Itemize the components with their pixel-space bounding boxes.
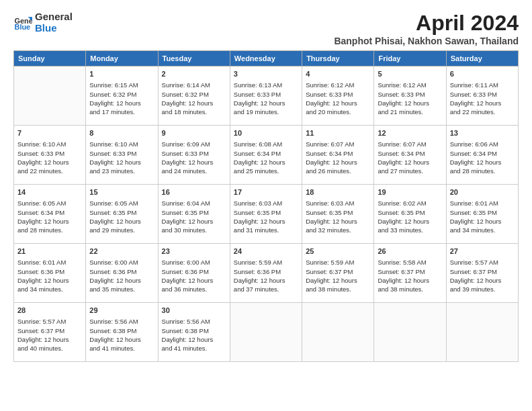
day-number: 11	[306, 128, 370, 138]
day-info: Sunrise: 5:58 AM Sunset: 6:37 PM Dayligh…	[378, 258, 442, 293]
calendar-cell: 25Sunrise: 5:59 AM Sunset: 6:37 PM Dayli…	[302, 244, 374, 303]
day-number: 13	[450, 128, 515, 138]
day-info: Sunrise: 6:04 AM Sunset: 6:35 PM Dayligh…	[162, 199, 226, 234]
calendar-table: SundayMondayTuesdayWednesdayThursdayFrid…	[13, 50, 519, 362]
weekday-header-saturday: Saturday	[446, 51, 518, 66]
calendar-cell: 18Sunrise: 6:03 AM Sunset: 6:35 PM Dayli…	[302, 185, 374, 244]
calendar-cell: 21Sunrise: 6:01 AM Sunset: 6:36 PM Dayli…	[14, 244, 86, 303]
day-number: 20	[450, 187, 515, 197]
day-info: Sunrise: 6:00 AM Sunset: 6:36 PM Dayligh…	[162, 258, 226, 293]
header: General Blue General Blue April 2024 Ban…	[13, 11, 519, 46]
day-number: 26	[378, 246, 442, 257]
day-info: Sunrise: 6:10 AM Sunset: 6:33 PM Dayligh…	[89, 140, 154, 175]
weekday-header-tuesday: Tuesday	[158, 51, 230, 66]
calendar-cell: 28Sunrise: 5:57 AM Sunset: 6:37 PM Dayli…	[14, 303, 86, 362]
calendar-cell: 24Sunrise: 5:59 AM Sunset: 6:36 PM Dayli…	[230, 244, 302, 303]
day-number: 8	[89, 128, 154, 138]
calendar-cell: 12Sunrise: 6:07 AM Sunset: 6:34 PM Dayli…	[374, 126, 446, 185]
weekday-header-sunday: Sunday	[14, 51, 86, 66]
calendar-cell: 23Sunrise: 6:00 AM Sunset: 6:36 PM Dayli…	[158, 244, 230, 303]
day-number: 9	[162, 128, 226, 138]
calendar-cell: 20Sunrise: 6:01 AM Sunset: 6:35 PM Dayli…	[446, 185, 518, 244]
calendar-cell: 4Sunrise: 6:12 AM Sunset: 6:33 PM Daylig…	[302, 66, 374, 126]
week-row-4: 21Sunrise: 6:01 AM Sunset: 6:36 PM Dayli…	[14, 244, 519, 303]
calendar-cell: 29Sunrise: 5:56 AM Sunset: 6:38 PM Dayli…	[86, 303, 158, 362]
day-info: Sunrise: 6:01 AM Sunset: 6:36 PM Dayligh…	[17, 258, 82, 293]
calendar-cell: 7Sunrise: 6:10 AM Sunset: 6:33 PM Daylig…	[14, 126, 86, 185]
day-info: Sunrise: 6:08 AM Sunset: 6:34 PM Dayligh…	[234, 140, 298, 175]
day-info: Sunrise: 6:00 AM Sunset: 6:36 PM Dayligh…	[89, 258, 154, 293]
day-number: 17	[234, 187, 298, 197]
svg-text:Blue: Blue	[15, 23, 31, 31]
calendar-cell: 27Sunrise: 5:57 AM Sunset: 6:37 PM Dayli…	[446, 244, 518, 303]
day-number: 29	[89, 306, 154, 316]
day-number: 18	[306, 187, 370, 197]
calendar-cell: 17Sunrise: 6:03 AM Sunset: 6:35 PM Dayli…	[230, 185, 302, 244]
day-number: 22	[89, 246, 154, 257]
day-number: 7	[17, 128, 82, 138]
logo-icon: General Blue	[13, 13, 32, 32]
day-info: Sunrise: 5:57 AM Sunset: 6:37 PM Dayligh…	[17, 317, 82, 353]
day-info: Sunrise: 6:07 AM Sunset: 6:34 PM Dayligh…	[378, 140, 442, 175]
weekday-header-wednesday: Wednesday	[230, 51, 302, 66]
logo-blue: Blue	[35, 22, 73, 34]
weekday-header-row: SundayMondayTuesdayWednesdayThursdayFrid…	[14, 51, 519, 66]
week-row-2: 7Sunrise: 6:10 AM Sunset: 6:33 PM Daylig…	[14, 126, 519, 185]
calendar-cell: 26Sunrise: 5:58 AM Sunset: 6:37 PM Dayli…	[374, 244, 446, 303]
calendar-cell: 30Sunrise: 5:56 AM Sunset: 6:38 PM Dayli…	[158, 303, 230, 362]
day-info: Sunrise: 5:59 AM Sunset: 6:36 PM Dayligh…	[234, 258, 298, 293]
calendar-cell: 2Sunrise: 6:14 AM Sunset: 6:32 PM Daylig…	[158, 66, 230, 126]
day-info: Sunrise: 6:10 AM Sunset: 6:33 PM Dayligh…	[17, 140, 82, 175]
calendar-cell: 11Sunrise: 6:07 AM Sunset: 6:34 PM Dayli…	[302, 126, 374, 185]
logo: General Blue General Blue	[13, 11, 73, 34]
month-title: April 2024	[334, 11, 519, 36]
calendar-cell: 9Sunrise: 6:09 AM Sunset: 6:33 PM Daylig…	[158, 126, 230, 185]
calendar-cell: 6Sunrise: 6:11 AM Sunset: 6:33 PM Daylig…	[446, 66, 518, 126]
weekday-header-thursday: Thursday	[302, 51, 374, 66]
calendar-cell	[230, 303, 302, 362]
day-info: Sunrise: 6:09 AM Sunset: 6:33 PM Dayligh…	[162, 140, 226, 175]
day-number: 28	[17, 306, 82, 316]
weekday-header-friday: Friday	[374, 51, 446, 66]
day-info: Sunrise: 6:11 AM Sunset: 6:33 PM Dayligh…	[450, 81, 515, 116]
calendar-cell	[374, 303, 446, 362]
day-number: 6	[450, 69, 515, 79]
week-row-1: 1Sunrise: 6:15 AM Sunset: 6:32 PM Daylig…	[14, 66, 519, 126]
calendar-cell: 14Sunrise: 6:05 AM Sunset: 6:34 PM Dayli…	[14, 185, 86, 244]
calendar-body: 1Sunrise: 6:15 AM Sunset: 6:32 PM Daylig…	[14, 66, 519, 362]
title-block: April 2024 Banphot Phisai, Nakhon Sawan,…	[334, 11, 519, 46]
calendar-cell	[14, 66, 86, 126]
calendar-cell	[446, 303, 518, 362]
day-number: 27	[450, 246, 515, 257]
day-info: Sunrise: 6:02 AM Sunset: 6:35 PM Dayligh…	[378, 199, 442, 234]
weekday-header-monday: Monday	[86, 51, 158, 66]
day-number: 23	[162, 246, 226, 257]
day-info: Sunrise: 6:03 AM Sunset: 6:35 PM Dayligh…	[234, 199, 298, 234]
day-number: 5	[378, 69, 442, 79]
day-info: Sunrise: 6:05 AM Sunset: 6:34 PM Dayligh…	[17, 199, 82, 234]
day-number: 24	[234, 246, 298, 257]
day-info: Sunrise: 5:56 AM Sunset: 6:38 PM Dayligh…	[89, 317, 154, 353]
day-number: 21	[17, 246, 82, 257]
calendar-cell: 13Sunrise: 6:06 AM Sunset: 6:34 PM Dayli…	[446, 126, 518, 185]
day-number: 12	[378, 128, 442, 138]
calendar-cell: 15Sunrise: 6:05 AM Sunset: 6:35 PM Dayli…	[86, 185, 158, 244]
day-info: Sunrise: 6:01 AM Sunset: 6:35 PM Dayligh…	[450, 199, 515, 234]
day-info: Sunrise: 6:12 AM Sunset: 6:33 PM Dayligh…	[378, 81, 442, 116]
week-row-5: 28Sunrise: 5:57 AM Sunset: 6:37 PM Dayli…	[14, 303, 519, 362]
day-info: Sunrise: 6:15 AM Sunset: 6:32 PM Dayligh…	[89, 81, 154, 116]
week-row-3: 14Sunrise: 6:05 AM Sunset: 6:34 PM Dayli…	[14, 185, 519, 244]
calendar-cell: 19Sunrise: 6:02 AM Sunset: 6:35 PM Dayli…	[374, 185, 446, 244]
location-subtitle: Banphot Phisai, Nakhon Sawan, Thailand	[334, 36, 519, 46]
calendar-cell: 8Sunrise: 6:10 AM Sunset: 6:33 PM Daylig…	[86, 126, 158, 185]
day-number: 1	[89, 69, 154, 79]
day-info: Sunrise: 5:56 AM Sunset: 6:38 PM Dayligh…	[162, 317, 226, 353]
day-info: Sunrise: 6:05 AM Sunset: 6:35 PM Dayligh…	[89, 199, 154, 234]
day-number: 30	[162, 306, 226, 316]
day-info: Sunrise: 6:07 AM Sunset: 6:34 PM Dayligh…	[306, 140, 370, 175]
day-info: Sunrise: 5:59 AM Sunset: 6:37 PM Dayligh…	[306, 258, 370, 293]
day-number: 16	[162, 187, 226, 197]
day-number: 15	[89, 187, 154, 197]
day-number: 19	[378, 187, 442, 197]
calendar-cell: 22Sunrise: 6:00 AM Sunset: 6:36 PM Dayli…	[86, 244, 158, 303]
